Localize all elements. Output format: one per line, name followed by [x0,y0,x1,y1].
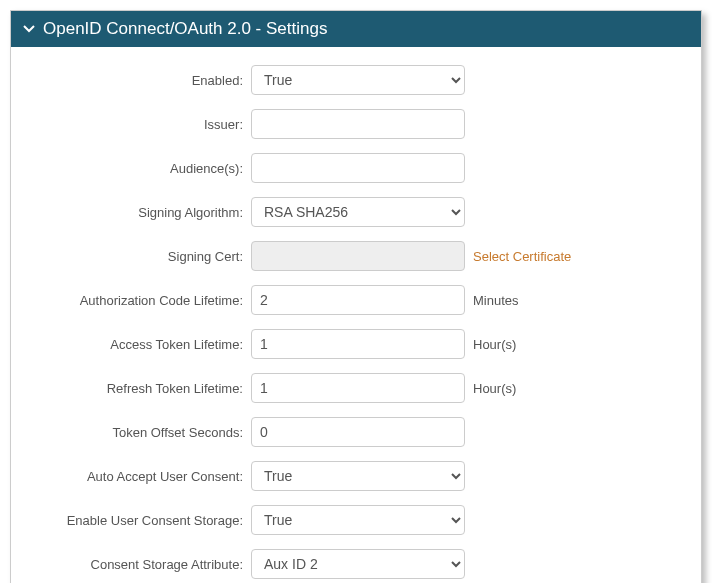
label-auth-code-lifetime: Authorization Code Lifetime: [31,293,251,308]
select-enable-consent-storage[interactable]: True [251,505,465,535]
label-auto-accept-consent: Auto Accept User Consent: [31,469,251,484]
unit-auth-code-lifetime: Minutes [465,293,519,308]
row-signing-cert: Signing Cert: Select Certificate [31,241,681,271]
row-auto-accept-consent: Auto Accept User Consent: True [31,461,681,491]
select-signing-algorithm[interactable]: RSA SHA256 [251,197,465,227]
label-token-offset-seconds: Token Offset Seconds: [31,425,251,440]
row-consent-storage-attribute: Consent Storage Attribute: Aux ID 2 [31,549,681,579]
row-signing-algorithm: Signing Algorithm: RSA SHA256 [31,197,681,227]
row-enabled: Enabled: True [31,65,681,95]
display-signing-cert [251,241,465,271]
input-auth-code-lifetime[interactable] [251,285,465,315]
input-access-token-lifetime[interactable] [251,329,465,359]
row-enable-consent-storage: Enable User Consent Storage: True [31,505,681,535]
row-audiences: Audience(s): [31,153,681,183]
label-signing-cert: Signing Cert: [31,249,251,264]
input-token-offset-seconds[interactable] [251,417,465,447]
panel-body: Enabled: True Issuer: Audience(s): Signi… [11,47,701,583]
row-token-offset-seconds: Token Offset Seconds: [31,417,681,447]
select-consent-storage-attribute[interactable]: Aux ID 2 [251,549,465,579]
row-access-token-lifetime: Access Token Lifetime: Hour(s) [31,329,681,359]
row-refresh-token-lifetime: Refresh Token Lifetime: Hour(s) [31,373,681,403]
select-auto-accept-consent[interactable]: True [251,461,465,491]
link-select-certificate[interactable]: Select Certificate [465,249,571,264]
label-issuer: Issuer: [31,117,251,132]
label-audiences: Audience(s): [31,161,251,176]
panel-title: OpenID Connect/OAuth 2.0 - Settings [43,19,327,39]
chevron-down-icon [23,23,35,35]
panel-header[interactable]: OpenID Connect/OAuth 2.0 - Settings [11,11,701,47]
input-refresh-token-lifetime[interactable] [251,373,465,403]
label-refresh-token-lifetime: Refresh Token Lifetime: [31,381,251,396]
label-consent-storage-attribute: Consent Storage Attribute: [31,557,251,572]
input-audiences[interactable] [251,153,465,183]
unit-refresh-token-lifetime: Hour(s) [465,381,516,396]
label-enabled: Enabled: [31,73,251,88]
input-issuer[interactable] [251,109,465,139]
row-auth-code-lifetime: Authorization Code Lifetime: Minutes [31,285,681,315]
unit-access-token-lifetime: Hour(s) [465,337,516,352]
label-enable-consent-storage: Enable User Consent Storage: [31,513,251,528]
select-enabled[interactable]: True [251,65,465,95]
label-signing-algorithm: Signing Algorithm: [31,205,251,220]
settings-panel: OpenID Connect/OAuth 2.0 - Settings Enab… [10,10,702,583]
row-issuer: Issuer: [31,109,681,139]
label-access-token-lifetime: Access Token Lifetime: [31,337,251,352]
